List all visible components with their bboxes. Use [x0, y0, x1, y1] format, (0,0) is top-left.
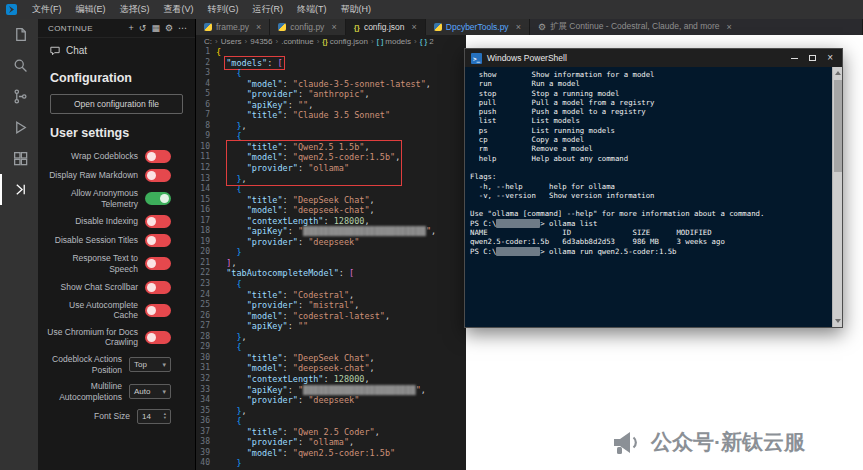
code-line-1[interactable]: 1{: [196, 47, 466, 58]
open-configuration-button[interactable]: Open configuration file: [50, 94, 183, 114]
breadcrumb-item[interactable]: 94356: [250, 37, 272, 46]
code-line-4[interactable]: 4 "model": "claude-3-5-sonnet-latest",: [196, 79, 466, 90]
code-line-12[interactable]: 12 "provider": "ollama": [196, 163, 466, 174]
code-line-39[interactable]: 39 "model": "qwen2.5-coder:1.5b": [196, 448, 466, 459]
code-line-20[interactable]: 20 }: [196, 247, 466, 258]
code-line-23[interactable]: 23 {: [196, 279, 466, 290]
explorer-icon[interactable]: [0, 19, 38, 50]
tab-frame.py[interactable]: frame.py×: [196, 19, 270, 35]
dropdown-select[interactable]: Auto▾: [129, 384, 171, 399]
search-icon[interactable]: [0, 50, 38, 81]
code-line-32[interactable]: 32 "contextLength": 128000,: [196, 374, 466, 385]
code-line-19[interactable]: 19 "provider": "deepseek": [196, 237, 466, 248]
scroll-down-icon[interactable]: [835, 319, 841, 323]
toggle-on[interactable]: [145, 192, 171, 205]
code-line-15[interactable]: 15 "title": "DeepSeek Chat",: [196, 195, 466, 206]
code-line-31[interactable]: 31 "model": "deepseek-chat",: [196, 363, 466, 374]
menu-item[interactable]: 终端(T): [290, 0, 334, 19]
toggle-off[interactable]: [145, 331, 171, 344]
breadcrumb-item[interactable]: [ ]models: [377, 37, 411, 46]
menu-item[interactable]: 转到(G): [201, 0, 246, 19]
breadcrumb-item[interactable]: { }2: [420, 37, 434, 46]
menu-item[interactable]: 查看(V): [157, 0, 201, 19]
tab-config.py[interactable]: config.py×: [270, 19, 345, 35]
menu-item[interactable]: 文件(F): [25, 0, 69, 19]
code-line-7[interactable]: 7 "title": "Claude 3.5 Sonnet": [196, 110, 466, 121]
terminal-scrollbar[interactable]: [832, 67, 842, 327]
code-line-30[interactable]: 30 "title": "DeepSeek Chat",: [196, 353, 466, 364]
toggle-off[interactable]: [145, 234, 171, 247]
code-line-17[interactable]: 17 "contextLength": 128000,: [196, 216, 466, 227]
code-line-11[interactable]: 11 "model": "qwen2.5-coder:1.5b",: [196, 152, 466, 163]
toggle-off[interactable]: [145, 169, 171, 182]
code-line-27[interactable]: 27 "apiKey": "": [196, 321, 466, 332]
close-tab-icon[interactable]: ×: [256, 22, 261, 32]
extensions-icon[interactable]: [0, 143, 38, 174]
breadcrumb-item[interactable]: Users: [221, 37, 242, 46]
dropdown-select[interactable]: Top▾: [129, 357, 171, 372]
code-line-28[interactable]: 28 },: [196, 332, 466, 343]
scroll-up-icon[interactable]: [835, 71, 841, 75]
code-line-40[interactable]: 40 }: [196, 458, 466, 469]
code-line-36[interactable]: 36 {: [196, 416, 466, 427]
code-line-10[interactable]: 10 "title": "Qwen2.5 1.5b",: [196, 142, 466, 153]
code-line-22[interactable]: 22 "tabAutocompleteModel": [: [196, 268, 466, 279]
stepper-icons[interactable]: ▴▾: [164, 412, 166, 420]
close-tab-icon[interactable]: ×: [412, 22, 417, 32]
close-tab-icon[interactable]: ×: [516, 22, 521, 32]
code-line-14[interactable]: 14 {: [196, 184, 466, 195]
code-line-35[interactable]: 35 },: [196, 406, 466, 417]
maximize-icon[interactable]: [809, 55, 816, 61]
toggle-off[interactable]: [145, 304, 171, 317]
history-icon[interactable]: ↺: [139, 24, 147, 33]
breadcrumb-item[interactable]: {}config.json: [322, 37, 368, 46]
tab-DpcyberTools.py[interactable]: DpcyberTools.py×: [426, 19, 530, 35]
code-line-37[interactable]: 37 "title": "Qwen 2.5 Coder",: [196, 427, 466, 438]
more-icon[interactable]: ⋯: [178, 24, 187, 33]
code-line-21[interactable]: 21 ],: [196, 258, 466, 269]
close-tab-icon[interactable]: ×: [727, 22, 732, 32]
menu-item[interactable]: 运行(R): [246, 0, 291, 19]
code-line-3[interactable]: 3 {: [196, 68, 466, 79]
code-line-6[interactable]: 6 "apiKey": "",: [196, 100, 466, 111]
code-line-34[interactable]: 34 "provider": "deepseek": [196, 395, 466, 406]
breadcrumb-item[interactable]: .continue: [281, 37, 313, 46]
run-and-debug-icon[interactable]: [0, 112, 38, 143]
code-line-16[interactable]: 16 "model": "deepseek-chat",: [196, 205, 466, 216]
chat-section[interactable]: Chat: [38, 38, 195, 61]
toggle-off[interactable]: [145, 281, 171, 294]
toggle-off[interactable]: [145, 257, 171, 270]
source-control-icon[interactable]: [0, 81, 38, 112]
number-input[interactable]: 14▴▾: [137, 409, 171, 424]
toggle-off[interactable]: [145, 215, 171, 228]
terminal-body[interactable]: show Show information for a model run Ru…: [465, 67, 842, 327]
close-icon[interactable]: ×: [827, 53, 833, 63]
menu-item[interactable]: 编辑(E): [69, 0, 113, 19]
scrollbar-thumb[interactable]: [834, 80, 842, 172]
code-line-24[interactable]: 24 "title": "Codestral",: [196, 290, 466, 301]
minimize-icon[interactable]: [791, 58, 798, 59]
powershell-titlebar[interactable]: >_ Windows PowerShell ×: [465, 49, 842, 67]
code-line-26[interactable]: 26 "model": "codestral-latest",: [196, 311, 466, 322]
layout-icon[interactable]: ▦: [151, 24, 160, 33]
code-line-8[interactable]: 8 },: [196, 121, 466, 132]
plus-icon[interactable]: +: [129, 24, 134, 33]
close-tab-icon[interactable]: ×: [331, 22, 336, 32]
code-line-25[interactable]: 25 "provider": "mistral",: [196, 300, 466, 311]
code-line-38[interactable]: 38 "provider": "ollama",: [196, 437, 466, 448]
continue-extension-icon[interactable]: [0, 174, 38, 205]
code-line-29[interactable]: 29 {: [196, 342, 466, 353]
code-line-9[interactable]: 9 {: [196, 131, 466, 142]
tab-config.json[interactable]: {}config.json×: [346, 19, 426, 35]
toggle-off[interactable]: [145, 150, 171, 163]
code-editor[interactable]: 1{2 "models": [3 {4 "model": "claude-3-5…: [196, 47, 466, 470]
code-line-5[interactable]: 5 "provider": "anthropic",: [196, 89, 466, 100]
gear-icon[interactable]: ⚙: [165, 24, 173, 33]
menu-item[interactable]: 选择(S): [113, 0, 157, 19]
code-line-13[interactable]: 13 },: [196, 174, 466, 185]
code-line-2[interactable]: 2 "models": [: [196, 58, 466, 69]
code-line-33[interactable]: 33 "apiKey": "██████████████████████",: [196, 385, 466, 396]
menu-item[interactable]: 帮助(H): [334, 0, 379, 19]
code-line-18[interactable]: 18 "apiKey": "████████████████████████",: [196, 226, 466, 237]
tab-扩展 Continue - Codestral, Claude, and more[interactable]: ⚙扩展 Continue - Codestral, Claude, and mo…: [530, 19, 863, 35]
